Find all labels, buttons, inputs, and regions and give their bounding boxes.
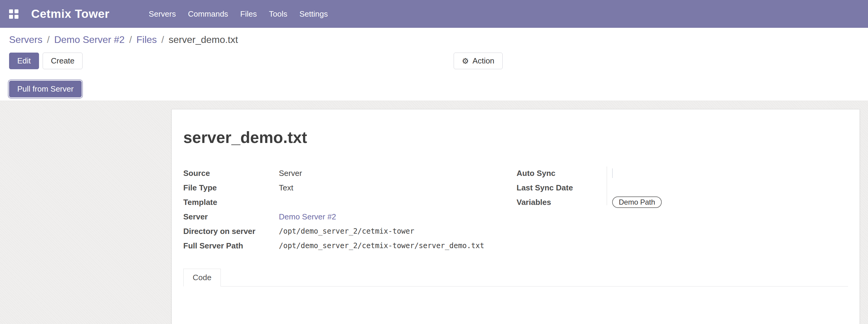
- field-value-full-path: /opt/demo_server_2/cetmix-tower/server_d…: [279, 241, 517, 250]
- field-row-full-path: Full Server Path /opt/demo_server_2/cetm…: [183, 238, 517, 253]
- field-label: Last Sync Date: [517, 183, 612, 193]
- field-group-left: Source Server File Type Text Template Se…: [183, 166, 517, 253]
- form-view-background: server_demo.txt Source Server File Type …: [0, 101, 868, 324]
- field-row-file-type: File Type Text: [183, 181, 517, 195]
- field-value-file-type: Text: [279, 183, 517, 193]
- breadcrumb-separator: /: [161, 34, 164, 45]
- variable-tag-demo-path[interactable]: Demo Path: [612, 196, 662, 208]
- auto-sync-checkbox[interactable]: [612, 168, 613, 178]
- app-brand[interactable]: Cetmix Tower: [31, 7, 110, 21]
- field-group-right: Auto Sync Last Sync Date Variables Demo …: [517, 166, 848, 253]
- gear-icon: ⚙: [462, 57, 469, 65]
- field-label: Server: [183, 212, 279, 222]
- main-menu: Servers Commands Files Tools Settings: [148, 7, 329, 21]
- form-sheet: server_demo.txt Source Server File Type …: [172, 109, 860, 324]
- control-panel-buttons: Edit Create ⚙ Action: [0, 52, 868, 71]
- field-groups: Source Server File Type Text Template Se…: [183, 166, 848, 253]
- breadcrumb-separator: /: [47, 34, 50, 45]
- menu-commands[interactable]: Commands: [187, 7, 229, 21]
- field-row-source: Source Server: [183, 166, 517, 181]
- field-row-last-sync-date: Last Sync Date: [517, 181, 848, 195]
- field-row-directory: Directory on server /opt/demo_server_2/c…: [183, 224, 517, 238]
- field-row-server: Server Demo Server #2: [183, 209, 517, 224]
- field-label: File Type: [183, 183, 279, 193]
- breadcrumb-demo-server[interactable]: Demo Server #2: [54, 34, 125, 45]
- tab-code[interactable]: Code: [183, 269, 221, 287]
- breadcrumb: Servers / Demo Server #2 / Files / serve…: [0, 28, 868, 52]
- apps-grid-icon[interactable]: [9, 9, 19, 19]
- record-title: server_demo.txt: [183, 128, 848, 147]
- field-row-template: Template: [183, 195, 517, 209]
- edit-button[interactable]: Edit: [9, 53, 39, 69]
- breadcrumb-separator: /: [129, 34, 132, 45]
- breadcrumb-files[interactable]: Files: [136, 34, 157, 45]
- app-window: Cetmix Tower Servers Commands Files Tool…: [0, 0, 868, 324]
- breadcrumb-servers[interactable]: Servers: [9, 34, 42, 45]
- field-label: Full Server Path: [183, 241, 279, 251]
- action-button[interactable]: ⚙ Action: [454, 53, 503, 69]
- action-button-label: Action: [472, 56, 494, 66]
- breadcrumb-current: server_demo.txt: [168, 34, 238, 45]
- field-value-directory: /opt/demo_server_2/cetmix-tower: [279, 227, 517, 235]
- object-buttons-row: Pull from Server: [0, 71, 868, 101]
- field-label: Variables: [517, 198, 612, 207]
- menu-files[interactable]: Files: [240, 7, 257, 21]
- menu-tools[interactable]: Tools: [268, 7, 288, 21]
- pull-from-server-button[interactable]: Pull from Server: [9, 81, 82, 97]
- field-value-source: Server: [279, 169, 517, 178]
- top-navbar: Cetmix Tower Servers Commands Files Tool…: [0, 0, 868, 28]
- field-label: Directory on server: [183, 227, 279, 236]
- create-button[interactable]: Create: [43, 53, 83, 69]
- field-row-variables: Variables Demo Path: [517, 195, 848, 209]
- field-label: Source: [183, 169, 279, 178]
- field-label: Auto Sync: [517, 169, 612, 178]
- server-record-link[interactable]: Demo Server #2: [279, 212, 517, 222]
- menu-settings[interactable]: Settings: [299, 7, 329, 21]
- menu-servers[interactable]: Servers: [148, 7, 177, 21]
- code-tab-content: [183, 287, 848, 324]
- notebook: Code: [183, 269, 848, 324]
- field-row-auto-sync: Auto Sync: [517, 166, 848, 181]
- field-label: Template: [183, 198, 279, 207]
- notebook-tabs: Code: [183, 269, 848, 287]
